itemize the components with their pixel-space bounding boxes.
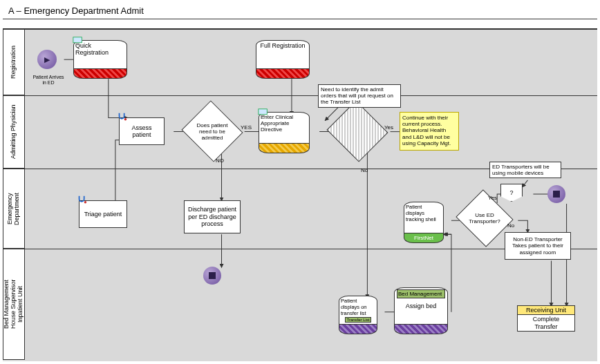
receiving-unit-block: Receiving Unit Complete Transfer <box>517 305 575 332</box>
lane-label-registration: Registration <box>3 29 25 95</box>
svg-point-2 <box>124 118 127 121</box>
edge-no-3: No <box>507 222 514 229</box>
start-label: Patient Arrives in ED <box>29 70 68 90</box>
edge-yes-2: Yes <box>384 124 393 131</box>
computer-icon <box>72 36 84 47</box>
receiving-unit-header: Receiving Unit <box>517 305 575 315</box>
discharge-task: Discharge patient per ED discharge proce… <box>184 200 241 233</box>
swimlane-canvas: Registration Admitting Physician Emergen… <box>3 29 597 361</box>
note-continue-process: Continue with their current process. Beh… <box>400 112 459 151</box>
bed-management-header: Bed Management <box>397 289 445 298</box>
edge-yes-3: Yes <box>488 195 497 201</box>
firstnet-label: FirstNet <box>404 233 444 243</box>
svg-rect-1 <box>75 44 79 46</box>
subheader-bar <box>3 19 597 29</box>
svg-rect-4 <box>261 115 264 117</box>
svg-rect-0 <box>73 37 82 43</box>
lane-label-physician: Admitting Physician <box>3 95 25 169</box>
decision-admit: Does patient need to be admitted <box>189 111 235 152</box>
callout-transporters: ED Transporters will be using mobile dev… <box>489 162 561 178</box>
decision-hatched <box>335 111 380 152</box>
assign-bed-datastore: Bed Management Assign bed <box>394 287 448 334</box>
start-event: ▶ <box>37 50 57 69</box>
assign-bed-label: Assign bed <box>406 303 437 309</box>
decision-transporter: Use ED Transporter? <box>463 199 506 238</box>
computer-icon <box>257 108 270 119</box>
transfer-list-datastore: Patient displays on transfer list Transf… <box>339 296 377 334</box>
full-registration-datastore: Full Registration <box>256 40 310 79</box>
callout-admit-orders: Need to identify the admit orders that w… <box>318 84 401 108</box>
edge-no-1: NO <box>216 157 224 164</box>
edge-no-2: No <box>361 167 368 173</box>
transfer-list-app: Transfer List <box>345 317 371 323</box>
full-registration-label: Full Registration <box>260 42 305 49</box>
svg-point-5 <box>84 201 87 204</box>
svg-rect-3 <box>259 109 267 115</box>
offpage-connector: ? <box>500 184 523 202</box>
transfer-list-text: Patient displays on transfer list <box>341 298 375 316</box>
lane-label-emergency: Emergency Department <box>3 169 25 249</box>
complete-transfer-task: Complete Transfer <box>517 315 575 332</box>
stethoscope-icon <box>116 112 129 123</box>
page-title: A – Emergency Department Admit <box>3 3 597 19</box>
tracking-shell-label: Patient displays tracking shell <box>406 204 442 222</box>
edge-yes-1: YES <box>241 124 252 131</box>
tracking-shell-datastore: Patient displays tracking shell FirstNet <box>404 202 444 243</box>
end-event-discharge <box>203 267 221 285</box>
non-ed-transporter-task: Non-ED Transporter Takes patient to thei… <box>505 232 571 260</box>
lane-label-bed-management: Bed Management House Supervisor Inpatien… <box>3 249 25 360</box>
end-event-transport <box>547 185 565 203</box>
stethoscope-icon <box>76 195 88 206</box>
